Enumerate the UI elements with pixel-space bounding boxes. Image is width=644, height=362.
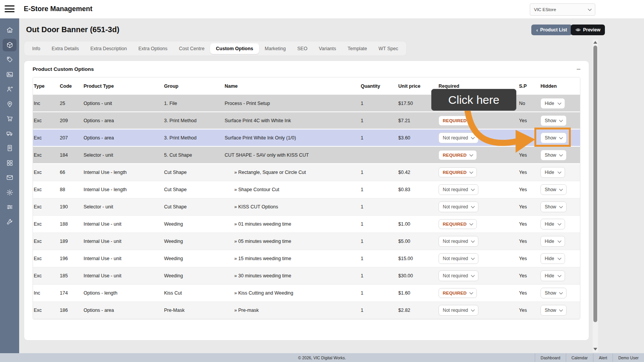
column-header: Unit price [398, 84, 438, 89]
cell: Exc [33, 273, 59, 278]
tab-extra-description[interactable]: Extra Description [85, 43, 133, 54]
settings-icon [6, 189, 13, 196]
hidden-select[interactable]: Hide [540, 236, 565, 247]
sidebar-item-locations[interactable] [3, 98, 16, 110]
column-header: Hidden [540, 84, 580, 89]
chevron-down-icon [588, 7, 592, 11]
sidebar-item-cart[interactable] [3, 112, 16, 125]
sidebar-item-home[interactable] [3, 24, 16, 36]
tab-extra-options[interactable]: Extra Options [133, 43, 173, 54]
table-row-66: Exc66Internal Use - lengthCut Shape» Rec… [33, 164, 580, 181]
invoices-icon [6, 144, 13, 152]
product-list-button[interactable]: ‹ Product List [531, 25, 572, 35]
cell-name: » 05 minutes weeding time [224, 239, 360, 244]
required-select[interactable]: REQUIRED [439, 288, 477, 298]
footer-link-alert[interactable]: Alert [593, 353, 613, 362]
required-select[interactable]: Not required [439, 305, 478, 316]
cell-quantity: 1 [360, 290, 398, 296]
sidebar-item-customers[interactable] [3, 83, 16, 95]
tab-variants[interactable]: Variants [313, 43, 342, 54]
sidebar-item-preferences[interactable] [3, 201, 16, 213]
vertical-scrollbar[interactable] [593, 39, 598, 352]
sidebar-item-media[interactable] [3, 68, 16, 81]
chevron-down-icon [558, 256, 562, 260]
cell: Inc [33, 101, 59, 106]
cell-quantity: 1 [360, 101, 398, 106]
cell-quantity: 1 [360, 135, 398, 141]
tab-cost-centre[interactable]: Cost Centre [173, 43, 210, 54]
sidebar-item-mail[interactable] [3, 171, 16, 184]
cell-quantity: 1 [360, 256, 398, 261]
cell-sp: Yes [518, 118, 540, 123]
sidebar-item-products[interactable] [3, 39, 16, 51]
scroll-down-icon[interactable] [593, 348, 597, 351]
footer: © 2026, VIC Digital Works. DashboardCale… [0, 353, 644, 362]
cell-quantity: 1 [360, 187, 398, 192]
hidden-select[interactable]: Hide [540, 270, 565, 281]
chevron-down-icon [471, 239, 475, 243]
store-selector[interactable]: VIC EStore [530, 3, 595, 16]
tab-info[interactable]: Info [26, 43, 46, 54]
tab-marketing[interactable]: Marketing [259, 43, 292, 54]
cell-unit-price: $0.83 [398, 187, 438, 192]
hidden-select[interactable]: Show [540, 115, 567, 126]
hidden-select[interactable]: Hide [540, 167, 565, 178]
hidden-select[interactable]: Hide [540, 219, 565, 229]
cell-name: Process - Print Setup [224, 101, 360, 106]
footer-link-calendar[interactable]: Calendar [566, 353, 593, 362]
footer-link-demo-user[interactable]: Demo User [613, 353, 644, 362]
sidebar-item-tools[interactable] [3, 216, 16, 228]
tab-seo[interactable]: SEO [291, 43, 313, 54]
hidden-select[interactable]: Show [540, 305, 567, 316]
cell-name: » KISS CUT Options [224, 204, 360, 210]
required-select[interactable]: Not required [439, 133, 478, 143]
footer-link-dashboard[interactable]: Dashboard [535, 353, 565, 362]
required-select[interactable]: Not required [439, 201, 478, 212]
chevron-down-icon [559, 187, 563, 191]
scroll-up-icon[interactable] [593, 41, 597, 44]
cell-unit-price: $0.42 [398, 170, 438, 175]
required-select[interactable]: Not required [439, 253, 478, 264]
required-select[interactable]: REQUIRED [439, 219, 477, 229]
tab-wt-spec[interactable]: WT Spec [373, 43, 404, 54]
preview-button[interactable]: Preview [571, 25, 605, 35]
chevron-down-icon [471, 256, 475, 260]
hidden-select[interactable]: Show [540, 288, 567, 298]
tab-template[interactable]: Template [342, 43, 373, 54]
cell: Options - area [83, 118, 163, 123]
tab-extra-details[interactable]: Extra Details [46, 43, 85, 54]
cell: Selector - unit [83, 204, 163, 210]
sidebar-item-tags[interactable] [3, 53, 16, 66]
hidden-select[interactable]: Hide [540, 253, 565, 264]
collapse-minus-icon[interactable]: – [575, 66, 583, 72]
required-select[interactable]: REQUIRED [439, 116, 471, 126]
required-select[interactable]: Not required [439, 270, 478, 281]
cell: Internal Use - length [83, 170, 163, 175]
required-select[interactable]: REQUIRED [439, 150, 477, 160]
cell-sp: Yes [518, 256, 540, 261]
scrollbar-thumb[interactable] [593, 46, 597, 322]
hidden-select[interactable]: Hide [540, 98, 565, 109]
required-select[interactable]: Not required [439, 236, 478, 247]
cell: 209 [59, 118, 83, 123]
sidebar-item-invoices[interactable] [3, 142, 16, 154]
chevron-down-icon [471, 187, 475, 191]
hidden-select[interactable]: Show [540, 201, 567, 212]
sidebar-item-shipping[interactable] [3, 127, 16, 140]
column-header: S.P [518, 84, 540, 89]
hidden-select[interactable]: Show [540, 150, 567, 161]
chevron-down-icon [470, 291, 473, 295]
cell: Exc [33, 204, 59, 210]
hidden-select[interactable]: Show [540, 184, 567, 195]
sidebar-item-settings[interactable] [3, 186, 16, 199]
cell-sp: Yes [518, 221, 540, 227]
table-row-207: Exc207Options - area3. Print MethodSurfa… [33, 129, 580, 147]
sidebar-item-dashboard-grid[interactable] [3, 157, 16, 169]
cell-quantity: 1 [360, 273, 398, 278]
tab-custom-options[interactable]: Custom Options [210, 43, 259, 54]
required-select[interactable]: Not required [439, 184, 478, 195]
cell: Cut Shape [163, 170, 224, 175]
required-select[interactable]: REQUIRED [439, 167, 477, 177]
cell-name: » Kiss Cutting and Weeding [224, 290, 360, 296]
hamburger-menu-icon[interactable] [5, 5, 15, 13]
